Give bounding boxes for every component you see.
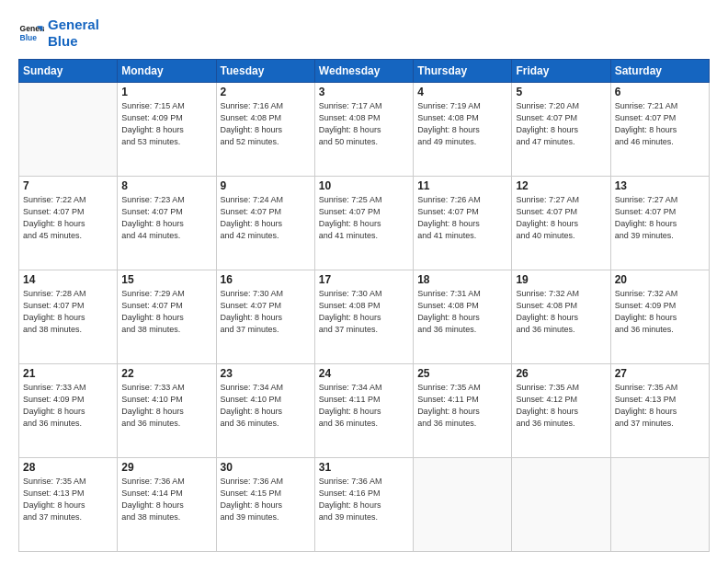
cell-info: Sunrise: 7:15 AMSunset: 4:09 PMDaylight:… [121, 100, 211, 148]
week-row-3: 14Sunrise: 7:28 AMSunset: 4:07 PMDayligh… [19, 270, 710, 364]
cell-info: Sunrise: 7:31 AMSunset: 4:08 PMDaylight:… [417, 288, 507, 336]
calendar-cell: 30Sunrise: 7:36 AMSunset: 4:15 PMDayligh… [216, 458, 314, 552]
cell-info: Sunrise: 7:30 AMSunset: 4:08 PMDaylight:… [319, 288, 409, 336]
weekday-header-friday: Friday [512, 60, 610, 83]
day-number: 13 [615, 179, 705, 192]
day-number: 10 [319, 179, 409, 192]
cell-info: Sunrise: 7:21 AMSunset: 4:07 PMDaylight:… [615, 100, 705, 148]
logo: General Blue GeneralBlue [18, 17, 99, 50]
day-number: 6 [615, 86, 705, 98]
calendar-cell: 17Sunrise: 7:30 AMSunset: 4:08 PMDayligh… [314, 270, 413, 364]
cell-info: Sunrise: 7:16 AMSunset: 4:08 PMDaylight:… [221, 100, 311, 148]
calendar-cell: 22Sunrise: 7:33 AMSunset: 4:10 PMDayligh… [118, 364, 216, 458]
week-row-4: 21Sunrise: 7:33 AMSunset: 4:09 PMDayligh… [19, 364, 710, 458]
cell-info: Sunrise: 7:35 AMSunset: 4:13 PMDaylight:… [615, 382, 705, 430]
cell-info: Sunrise: 7:23 AMSunset: 4:07 PMDaylight:… [121, 194, 211, 242]
cell-info: Sunrise: 7:34 AMSunset: 4:10 PMDaylight:… [221, 382, 311, 430]
calendar-cell [512, 458, 610, 552]
cell-info: Sunrise: 7:35 AMSunset: 4:13 PMDaylight:… [23, 476, 113, 523]
calendar-cell: 6Sunrise: 7:21 AMSunset: 4:07 PMDaylight… [610, 83, 709, 177]
weekday-header-thursday: Thursday [414, 60, 512, 83]
cell-info: Sunrise: 7:28 AMSunset: 4:07 PMDaylight:… [23, 288, 113, 336]
cell-info: Sunrise: 7:26 AMSunset: 4:07 PMDaylight:… [417, 194, 507, 242]
day-number: 17 [319, 273, 409, 286]
page: General Blue GeneralBlue SundayMondayTue… [0, 0, 728, 563]
weekday-header-monday: Monday [118, 60, 216, 83]
day-number: 25 [417, 367, 507, 380]
calendar-cell: 24Sunrise: 7:34 AMSunset: 4:11 PMDayligh… [314, 364, 413, 458]
cell-info: Sunrise: 7:33 AMSunset: 4:10 PMDaylight:… [121, 382, 211, 430]
cell-info: Sunrise: 7:34 AMSunset: 4:11 PMDaylight:… [319, 382, 409, 430]
day-number: 3 [319, 86, 409, 98]
day-number: 20 [615, 273, 705, 286]
day-number: 16 [221, 273, 311, 286]
cell-info: Sunrise: 7:22 AMSunset: 4:07 PMDaylight:… [23, 194, 113, 242]
day-number: 18 [417, 273, 507, 286]
day-number: 15 [121, 273, 211, 286]
logo-text: GeneralBlue [48, 17, 99, 50]
cell-info: Sunrise: 7:24 AMSunset: 4:07 PMDaylight:… [221, 194, 311, 242]
day-number: 30 [221, 461, 311, 474]
calendar-cell: 18Sunrise: 7:31 AMSunset: 4:08 PMDayligh… [414, 270, 512, 364]
calendar-cell: 15Sunrise: 7:29 AMSunset: 4:07 PMDayligh… [118, 270, 216, 364]
calendar-cell: 20Sunrise: 7:32 AMSunset: 4:09 PMDayligh… [610, 270, 709, 364]
week-row-5: 28Sunrise: 7:35 AMSunset: 4:13 PMDayligh… [19, 458, 710, 552]
day-number: 4 [417, 86, 507, 98]
cell-info: Sunrise: 7:36 AMSunset: 4:15 PMDaylight:… [221, 476, 311, 523]
day-number: 31 [319, 461, 409, 474]
cell-info: Sunrise: 7:19 AMSunset: 4:08 PMDaylight:… [417, 100, 507, 148]
cell-info: Sunrise: 7:32 AMSunset: 4:08 PMDaylight:… [516, 288, 606, 336]
cell-info: Sunrise: 7:29 AMSunset: 4:07 PMDaylight:… [121, 288, 211, 336]
calendar-cell [610, 458, 709, 552]
calendar-cell: 12Sunrise: 7:27 AMSunset: 4:07 PMDayligh… [512, 177, 610, 270]
day-number: 2 [221, 86, 311, 98]
day-number: 24 [319, 367, 409, 380]
calendar-table: SundayMondayTuesdayWednesdayThursdayFrid… [18, 59, 710, 552]
calendar-cell: 5Sunrise: 7:20 AMSunset: 4:07 PMDaylight… [512, 83, 610, 177]
calendar-cell: 26Sunrise: 7:35 AMSunset: 4:12 PMDayligh… [512, 364, 610, 458]
calendar-cell [19, 83, 118, 177]
cell-info: Sunrise: 7:20 AMSunset: 4:07 PMDaylight:… [516, 100, 606, 148]
day-number: 26 [516, 367, 606, 380]
calendar-cell: 27Sunrise: 7:35 AMSunset: 4:13 PMDayligh… [610, 364, 709, 458]
cell-info: Sunrise: 7:35 AMSunset: 4:12 PMDaylight:… [516, 382, 606, 430]
day-number: 5 [516, 86, 606, 98]
day-number: 22 [121, 367, 211, 380]
calendar-cell: 23Sunrise: 7:34 AMSunset: 4:10 PMDayligh… [216, 364, 314, 458]
calendar-cell: 29Sunrise: 7:36 AMSunset: 4:14 PMDayligh… [118, 458, 216, 552]
calendar-cell: 11Sunrise: 7:26 AMSunset: 4:07 PMDayligh… [414, 177, 512, 270]
weekday-header-sunday: Sunday [19, 60, 118, 83]
calendar-cell: 3Sunrise: 7:17 AMSunset: 4:08 PMDaylight… [314, 83, 413, 177]
cell-info: Sunrise: 7:30 AMSunset: 4:07 PMDaylight:… [221, 288, 311, 336]
cell-info: Sunrise: 7:25 AMSunset: 4:07 PMDaylight:… [319, 194, 409, 242]
calendar-cell: 10Sunrise: 7:25 AMSunset: 4:07 PMDayligh… [314, 177, 413, 270]
calendar-cell: 31Sunrise: 7:36 AMSunset: 4:16 PMDayligh… [314, 458, 413, 552]
week-row-2: 7Sunrise: 7:22 AMSunset: 4:07 PMDaylight… [19, 177, 710, 270]
day-number: 27 [615, 367, 705, 380]
weekday-header-wednesday: Wednesday [314, 60, 413, 83]
day-number: 14 [23, 273, 113, 286]
cell-info: Sunrise: 7:36 AMSunset: 4:14 PMDaylight:… [121, 476, 211, 523]
day-number: 28 [23, 461, 113, 474]
cell-info: Sunrise: 7:35 AMSunset: 4:11 PMDaylight:… [417, 382, 507, 430]
calendar-cell: 25Sunrise: 7:35 AMSunset: 4:11 PMDayligh… [414, 364, 512, 458]
calendar-cell: 1Sunrise: 7:15 AMSunset: 4:09 PMDaylight… [118, 83, 216, 177]
cell-info: Sunrise: 7:36 AMSunset: 4:16 PMDaylight:… [319, 476, 409, 523]
day-number: 9 [221, 179, 311, 192]
calendar-cell: 19Sunrise: 7:32 AMSunset: 4:08 PMDayligh… [512, 270, 610, 364]
weekday-header-saturday: Saturday [610, 60, 709, 83]
day-number: 1 [121, 86, 211, 98]
cell-info: Sunrise: 7:17 AMSunset: 4:08 PMDaylight:… [319, 100, 409, 148]
calendar-cell: 9Sunrise: 7:24 AMSunset: 4:07 PMDaylight… [216, 177, 314, 270]
header: General Blue GeneralBlue [18, 17, 710, 50]
day-number: 19 [516, 273, 606, 286]
calendar-cell: 16Sunrise: 7:30 AMSunset: 4:07 PMDayligh… [216, 270, 314, 364]
calendar-cell: 2Sunrise: 7:16 AMSunset: 4:08 PMDaylight… [216, 83, 314, 177]
calendar-cell: 28Sunrise: 7:35 AMSunset: 4:13 PMDayligh… [19, 458, 118, 552]
cell-info: Sunrise: 7:27 AMSunset: 4:07 PMDaylight:… [516, 194, 606, 242]
calendar-cell: 21Sunrise: 7:33 AMSunset: 4:09 PMDayligh… [19, 364, 118, 458]
logo-icon: General Blue [18, 20, 44, 46]
day-number: 11 [417, 179, 507, 192]
calendar-cell: 14Sunrise: 7:28 AMSunset: 4:07 PMDayligh… [19, 270, 118, 364]
cell-info: Sunrise: 7:32 AMSunset: 4:09 PMDaylight:… [615, 288, 705, 336]
